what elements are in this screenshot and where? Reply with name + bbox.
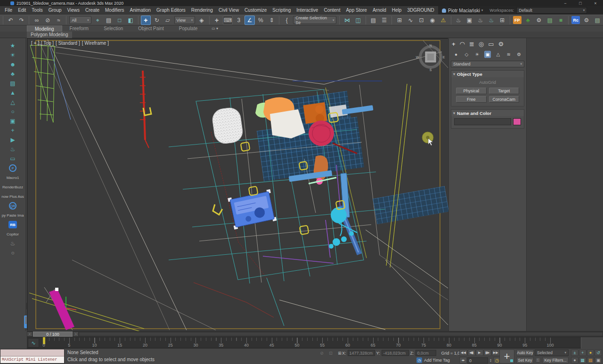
add-time-tag[interactable]: ◷ Add Time Tag — [416, 357, 450, 363]
reference-coordinate-system-dropdown[interactable]: View▾ — [174, 16, 196, 24]
display-tab[interactable]: ▭ — [488, 40, 494, 48]
menu-rendering[interactable]: Rendering — [188, 6, 216, 15]
zoom-extents-all-button[interactable]: ▦ — [579, 357, 587, 364]
select-by-name-button[interactable]: ▤ — [104, 16, 114, 25]
keyboard-shortcut-override-button[interactable]: ⌨ — [223, 16, 233, 25]
align-button[interactable]: ◫ — [353, 16, 363, 25]
bulb-icon[interactable]: ○ — [0, 248, 25, 258]
menu-tools[interactable]: Tools — [29, 6, 45, 15]
minimize-button[interactable]: − — [558, 0, 573, 6]
menu-modifiers[interactable]: Modifiers — [102, 6, 127, 15]
pulze-icon[interactable]: P — [9, 164, 16, 172]
set-key-button[interactable]: Set Key — [516, 357, 534, 364]
hierarchy-tab[interactable]: ≣ — [469, 40, 474, 48]
menu-3dground[interactable]: 3DGROUND — [404, 6, 435, 15]
helpers-category[interactable]: △ — [495, 51, 501, 58]
railclone-button[interactable]: Rc — [571, 16, 580, 24]
viewport-shading-menu[interactable]: [ Wireframe ] — [82, 40, 109, 46]
time-slider-handle[interactable]: 0 / 100 — [33, 332, 73, 337]
lights-category[interactable]: ☀ — [474, 51, 481, 58]
x-coordinate-field[interactable]: 1477,328cm — [348, 350, 375, 356]
tab-freeform[interactable]: Freeform — [62, 25, 97, 32]
percent-snap-toggle-button[interactable]: % — [256, 16, 266, 25]
selection-lock-toggle[interactable]: ⊡ — [327, 350, 334, 356]
cameras-category[interactable]: ▣ — [484, 51, 491, 58]
album-icon[interactable]: ▤ — [0, 79, 25, 88]
object-class-dropdown[interactable]: Standard ▾ — [451, 61, 524, 67]
utilities-tab[interactable]: ⚙ — [498, 40, 504, 48]
forest-lister-button[interactable]: ♣ — [523, 16, 533, 25]
snaps-toggle-button[interactable]: 3 — [234, 16, 244, 25]
menu-interactive[interactable]: Interactive — [293, 6, 321, 15]
forest-effects-button[interactable]: ▤ — [545, 16, 555, 25]
physical-button[interactable]: Physical — [456, 88, 487, 94]
key-mode-dropdown[interactable]: Selected ▾ — [535, 349, 569, 356]
menu-app-store[interactable]: App Store — [343, 6, 369, 15]
menu-group[interactable]: Group — [46, 6, 65, 15]
key-icon[interactable]: ⚿ — [535, 357, 541, 364]
move-grid-icon[interactable]: + — [0, 126, 25, 135]
signed-in-user[interactable]: Piotr Maciański — [448, 8, 480, 13]
menu-civil-view[interactable]: Civil View — [216, 6, 242, 15]
zoom-region-button[interactable]: ▧ — [587, 357, 595, 364]
menu-graph-editors[interactable]: Graph Editors — [154, 6, 188, 15]
z-coordinate-field[interactable]: 0,0cm — [416, 350, 436, 356]
create-tab[interactable]: + — [452, 40, 456, 48]
geometry-category[interactable]: ● — [453, 51, 459, 58]
close-button[interactable]: × — [588, 0, 603, 6]
menu-views[interactable]: Views — [65, 6, 83, 15]
qr-icon[interactable]: QR — [9, 202, 16, 210]
object-type-rollout-header[interactable]: ▾ Object Type — [451, 71, 524, 77]
forest-tools-button[interactable]: ⚙ — [534, 16, 544, 25]
use-pivot-point-center-button[interactable]: ◈ — [196, 16, 206, 25]
select-and-manipulate-button[interactable]: + — [212, 16, 222, 25]
render-in-cloud-button[interactable]: ♨ — [486, 16, 496, 25]
motion-tab[interactable]: ◎ — [479, 40, 484, 48]
selection-filter-dropdown[interactable]: All▾ — [69, 16, 91, 24]
toggle-layer-explorer-button[interactable]: ▤ — [368, 16, 378, 25]
monitor-icon[interactable]: ▭ — [0, 154, 25, 163]
notifications-button[interactable]: ⚠ — [438, 16, 448, 25]
zoom-extents-button[interactable]: ● — [571, 357, 579, 364]
menu-customize[interactable]: Customize — [242, 6, 269, 15]
name-color-rollout-header[interactable]: ▾ Name and Color — [451, 110, 524, 116]
tab-selection[interactable]: Selection — [96, 25, 130, 32]
video-icon[interactable]: ▶ — [0, 135, 25, 145]
tab-modeling[interactable]: Modeling — [27, 25, 62, 32]
menu-help[interactable]: Help — [389, 6, 405, 15]
auto-key-button[interactable]: Auto Key — [516, 349, 534, 356]
edit-named-selection-sets-button[interactable]: { — [282, 16, 292, 25]
rb-icon[interactable]: RB — [8, 221, 17, 228]
unlink-selection-button[interactable]: ⊘ — [43, 16, 53, 25]
select-and-move-button[interactable]: + — [141, 16, 151, 25]
go-to-end-button[interactable]: ▶▶ — [492, 349, 500, 356]
coronacam-button[interactable]: CoronaCam — [489, 96, 520, 103]
menu-file[interactable]: File — [2, 6, 15, 15]
previous-frame-arrow[interactable]: ‹ — [27, 332, 33, 337]
tab-object-paint[interactable]: Object Paint — [130, 25, 171, 32]
viewport-renderer-menu[interactable]: [ Standard ] — [56, 40, 80, 46]
viewport-canvas[interactable]: [ + ] [ Top ] [ Standard ] [ Wireframe ] — [27, 38, 448, 331]
forest-library-button[interactable]: ■ — [556, 16, 566, 25]
undo-button[interactable]: ↶ — [6, 16, 16, 25]
menu-arnold[interactable]: Arnold — [370, 6, 389, 15]
railclone-lister-button[interactable]: ▤ — [593, 16, 603, 25]
menu-content[interactable]: Content — [321, 6, 343, 15]
zoom-button[interactable]: ± — [571, 349, 579, 356]
time-slider-track[interactable] — [79, 332, 603, 336]
current-frame-field[interactable]: 0 — [467, 357, 488, 364]
workspace-dropdown[interactable]: Default ▾ — [516, 7, 587, 14]
go-to-start-button[interactable]: ◀◀ — [459, 349, 467, 356]
space-warps-category[interactable]: ≋ — [505, 51, 512, 58]
menu-create[interactable]: Create — [82, 6, 102, 15]
next-frame-arrow[interactable]: › — [73, 332, 79, 337]
render-production-button[interactable]: ♨ — [475, 16, 485, 25]
angle-snap-toggle-button[interactable]: ∠ — [244, 16, 254, 25]
autogrid-checkbox[interactable]: AutoGrid — [453, 80, 522, 85]
teapot-outline-icon[interactable]: ♨ — [0, 239, 25, 248]
copitor-button[interactable]: Copitor — [0, 229, 25, 239]
isolate-selection-toggle[interactable]: ⊘ — [318, 350, 325, 356]
rendered-frame-window-button[interactable]: ▣ — [464, 16, 474, 25]
systems-category[interactable]: ⚙ — [516, 51, 522, 58]
next-frame-button[interactable]: ▮▶ — [484, 349, 491, 356]
